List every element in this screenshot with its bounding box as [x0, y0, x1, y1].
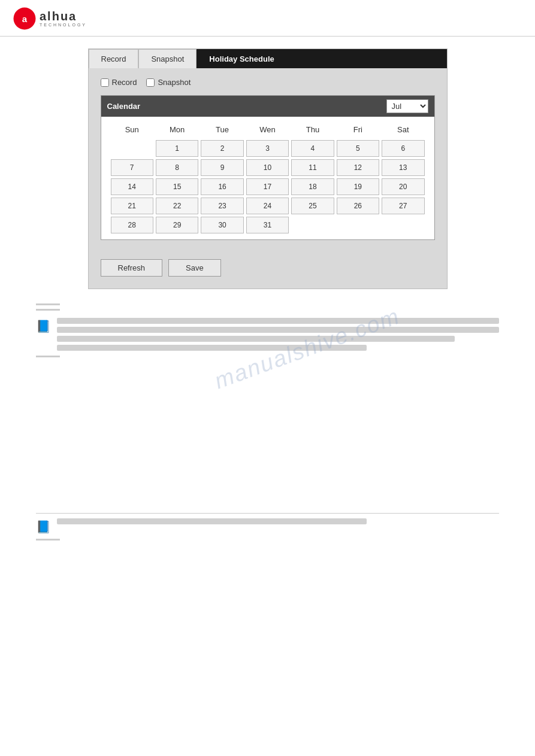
day-cell[interactable]: 15: [156, 178, 198, 195]
checkbox-row: Record Snapshot: [101, 78, 435, 87]
text-block-2: [57, 518, 499, 524]
day-cell-empty: [337, 217, 379, 233]
weekday-tue: Tue: [201, 123, 243, 136]
panel-body: Record Snapshot Calendar Jan Fe: [89, 68, 447, 250]
weekday-sat: Sat: [382, 123, 424, 136]
refresh-button[interactable]: Refresh: [101, 259, 163, 277]
tab-bar: Record Snapshot Holiday Schedule: [89, 49, 447, 68]
separator-bottom: [36, 513, 499, 514]
day-cell[interactable]: 31: [246, 217, 289, 233]
day-cell[interactable]: 16: [201, 178, 243, 195]
day-cell[interactable]: 14: [111, 178, 153, 195]
short-line-3: [36, 356, 60, 357]
weekday-thu: Thu: [291, 123, 334, 136]
day-cell[interactable]: 25: [291, 198, 334, 214]
day-cell[interactable]: 28: [111, 217, 153, 233]
day-cell[interactable]: 19: [337, 178, 379, 195]
day-cell-empty: [111, 140, 153, 157]
weekday-wen: Wen: [246, 123, 289, 136]
calendar-days: 1234567891011121314151617181920212223242…: [111, 140, 425, 233]
content-section-1: 📘: [36, 303, 499, 357]
calendar-header: Calendar Jan Feb Mar Apr May Jun Jul Aug: [101, 96, 434, 117]
note-icon-2: 📘: [36, 520, 51, 534]
weekday-sun: Sun: [111, 123, 153, 136]
short-line-2: [36, 309, 60, 311]
day-cell[interactable]: 29: [156, 217, 198, 233]
short-line-1: [36, 303, 60, 305]
note-box-1: 📘: [36, 318, 499, 351]
day-cell[interactable]: 21: [111, 198, 153, 214]
text-block-1: [57, 318, 499, 351]
logo: a alhua TECHNOLOGY: [12, 6, 87, 31]
day-cell[interactable]: 3: [246, 140, 289, 157]
page-header: a alhua TECHNOLOGY: [0, 0, 535, 37]
day-cell-empty: [382, 217, 424, 233]
short-line-4: [36, 539, 60, 541]
svg-text:a: a: [22, 14, 28, 24]
tab-snapshot[interactable]: Snapshot: [138, 49, 197, 68]
text-line: [57, 318, 499, 324]
record-checkbox[interactable]: [101, 78, 109, 87]
day-cell[interactable]: 26: [337, 198, 379, 214]
day-cell[interactable]: 2: [201, 140, 243, 157]
buttons-row: Refresh Save: [89, 259, 447, 277]
day-cell[interactable]: 1: [156, 140, 198, 157]
snapshot-checkbox-label[interactable]: Snapshot: [146, 78, 191, 87]
day-cell[interactable]: 8: [156, 159, 198, 176]
text-line: [57, 345, 367, 351]
day-cell[interactable]: 18: [291, 178, 334, 195]
record-checkbox-label[interactable]: Record: [101, 78, 137, 87]
day-cell[interactable]: 12: [337, 159, 379, 176]
tab-holiday-schedule[interactable]: Holiday Schedule: [197, 49, 286, 68]
text-line: [57, 518, 367, 524]
day-cell[interactable]: 27: [382, 198, 424, 214]
day-cell-empty: [291, 217, 334, 233]
day-cell[interactable]: 9: [201, 159, 243, 176]
note-icon-1: 📘: [36, 319, 51, 333]
dahua-logo-icon: a: [12, 6, 37, 31]
main-panel: Record Snapshot Holiday Schedule Record …: [88, 48, 448, 289]
bottom-section: 📘: [36, 513, 499, 541]
day-cell[interactable]: 24: [246, 198, 289, 214]
weekday-mon: Mon: [156, 123, 198, 136]
day-cell[interactable]: 23: [201, 198, 243, 214]
day-cell[interactable]: 22: [156, 198, 198, 214]
tab-spacer: [287, 49, 447, 68]
day-cell[interactable]: 20: [382, 178, 424, 195]
month-select-wrapper: Jan Feb Mar Apr May Jun Jul Aug Sep Oct: [386, 99, 428, 113]
day-cell[interactable]: 11: [291, 159, 334, 176]
day-cell[interactable]: 7: [111, 159, 153, 176]
day-cell[interactable]: 5: [337, 140, 379, 157]
day-cell[interactable]: 13: [382, 159, 424, 176]
text-line: [57, 336, 455, 342]
snapshot-label: Snapshot: [158, 78, 191, 87]
logo-text: alhua: [40, 10, 87, 23]
save-button[interactable]: Save: [168, 259, 221, 277]
day-cell[interactable]: 30: [201, 217, 243, 233]
day-cell[interactable]: 10: [246, 159, 289, 176]
calendar-grid: Sun Mon Tue Wen Thu Fri Sat 123456789101…: [101, 117, 434, 239]
day-cell[interactable]: 17: [246, 178, 289, 195]
snapshot-checkbox[interactable]: [146, 78, 155, 87]
calendar-weekdays: Sun Mon Tue Wen Thu Fri Sat: [111, 123, 425, 136]
weekday-fri: Fri: [337, 123, 379, 136]
record-label: Record: [112, 78, 137, 87]
tab-record[interactable]: Record: [89, 49, 139, 68]
calendar-container: Calendar Jan Feb Mar Apr May Jun Jul Aug: [101, 95, 435, 240]
bottom-note: 📘: [36, 518, 499, 534]
day-cell[interactable]: 4: [291, 140, 334, 157]
calendar-title: Calendar: [107, 102, 141, 111]
text-line: [57, 327, 499, 333]
month-select[interactable]: Jan Feb Mar Apr May Jun Jul Aug Sep Oct: [386, 99, 428, 113]
day-cell[interactable]: 6: [382, 140, 424, 157]
logo-subtext: TECHNOLOGY: [40, 23, 87, 28]
